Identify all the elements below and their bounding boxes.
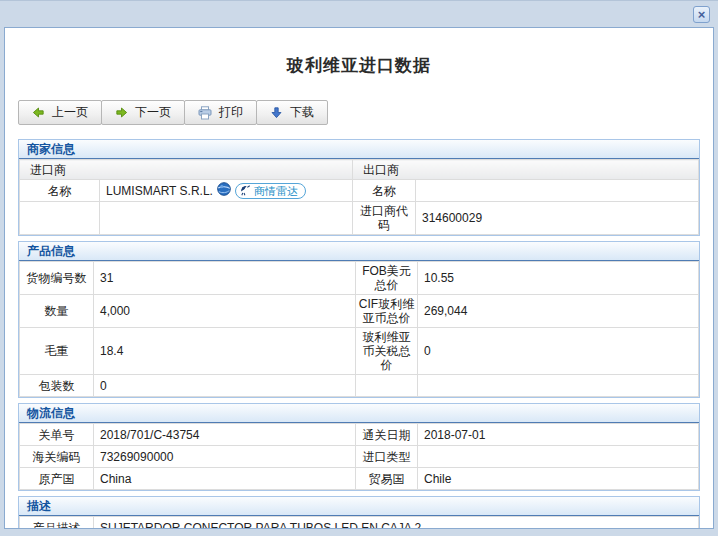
merchant-section-header: 商家信息 — [19, 140, 699, 159]
arrow-right-icon — [115, 106, 128, 119]
field-value: 31 — [94, 262, 356, 295]
prev-page-label: 上一页 — [52, 104, 88, 121]
importer-name-value: LUMISMART S.R.L. — [106, 184, 213, 198]
arrow-left-icon — [32, 106, 45, 119]
logistics-section-header: 物流信息 — [19, 404, 699, 423]
section-merchant: 商家信息 进口商 出口商 名称 LUMISMART S.R.L. — [18, 139, 700, 236]
dialog-panel: 玻利维亚进口数据 上一页 下一页 打印 下载 商家信息 — [4, 27, 714, 529]
field-label: 数量 — [20, 295, 94, 328]
business-radar-link[interactable]: 商情雷达 — [235, 183, 306, 199]
section-description: 描述 产品描述 SUJETARDOR CONECTOR PARA TUBOS L… — [18, 496, 700, 529]
field-label: 通关日期 — [356, 424, 418, 446]
importer-name-cell: LUMISMART S.R.L. — [100, 180, 353, 202]
field-label: 贸易国 — [356, 468, 418, 490]
merchant-header-row: 进口商 出口商 — [20, 160, 699, 180]
business-radar-label: 商情雷达 — [254, 184, 298, 198]
radar-icon — [240, 185, 251, 196]
merchant-code-row: 进口商代码 314600029 — [20, 202, 699, 235]
field-label: 玻利维亚币关税总价 — [356, 328, 418, 375]
field-label: 原产国 — [20, 468, 94, 490]
globe-icon[interactable] — [217, 182, 231, 199]
merchant-name-row: 名称 LUMISMART S.R.L. — [20, 180, 699, 202]
field-value: China — [94, 468, 356, 490]
field-value: 269,044 — [418, 295, 699, 328]
empty-cell — [20, 202, 100, 235]
field-label: 海关编码 — [20, 446, 94, 468]
importer-column-header: 进口商 — [20, 160, 353, 180]
table-row: 货物编号数 31 FOB美元总价 10.55 — [20, 262, 699, 295]
printer-icon — [198, 106, 212, 120]
field-value: 2018/701/C-43754 — [94, 424, 356, 446]
next-page-label: 下一页 — [135, 104, 171, 121]
table-row: 海关编码 73269090000 进口类型 — [20, 446, 699, 468]
product-table: 货物编号数 31 FOB美元总价 10.55 数量 4,000 CIF玻利维亚币… — [19, 261, 699, 397]
section-product: 产品信息 货物编号数 31 FOB美元总价 10.55 数量 4,000 CIF… — [18, 241, 700, 398]
table-row: 数量 4,000 CIF玻利维亚币总价 269,044 — [20, 295, 699, 328]
field-value — [418, 446, 699, 468]
download-label: 下载 — [290, 104, 314, 121]
table-row: 关单号 2018/701/C-43754 通关日期 2018-07-01 — [20, 424, 699, 446]
logistics-table: 关单号 2018/701/C-43754 通关日期 2018-07-01 海关编… — [19, 423, 699, 490]
field-value: 0 — [418, 328, 699, 375]
arrow-down-icon — [270, 106, 283, 119]
field-label — [356, 375, 418, 397]
field-label: 包装数 — [20, 375, 94, 397]
field-value: 10.55 — [418, 262, 699, 295]
field-value: 73269090000 — [94, 446, 356, 468]
field-label: 关单号 — [20, 424, 94, 446]
description-section-header: 描述 — [19, 497, 699, 516]
table-row: 原产国 China 贸易国 Chile — [20, 468, 699, 490]
importer-name-label: 名称 — [20, 180, 100, 202]
table-row: 毛重 18.4 玻利维亚币关税总价 0 — [20, 328, 699, 375]
exporter-column-header: 出口商 — [353, 160, 699, 180]
prev-page-button[interactable]: 上一页 — [18, 100, 102, 125]
field-label: 货物编号数 — [20, 262, 94, 295]
product-description-label: 产品描述 — [20, 517, 94, 530]
field-label: 进口类型 — [356, 446, 418, 468]
dialog-window: { "window": { "title": "玻利维亚进口数据", "clos… — [0, 0, 718, 536]
print-button[interactable]: 打印 — [184, 100, 257, 125]
close-button[interactable]: × — [693, 6, 710, 23]
field-value: 2018-07-01 — [418, 424, 699, 446]
product-section-header: 产品信息 — [19, 242, 699, 261]
next-page-button[interactable]: 下一页 — [101, 100, 185, 125]
field-label: 毛重 — [20, 328, 94, 375]
download-button[interactable]: 下载 — [256, 100, 328, 125]
product-description-value: SUJETARDOR CONECTOR PARA TUBOS LED EN CA… — [94, 517, 699, 530]
section-logistics: 物流信息 关单号 2018/701/C-43754 通关日期 2018-07-0… — [18, 403, 700, 491]
page-title: 玻利维亚进口数据 — [18, 54, 700, 77]
field-value: Chile — [418, 468, 699, 490]
close-icon: × — [698, 7, 706, 22]
description-table: 产品描述 SUJETARDOR CONECTOR PARA TUBOS LED … — [19, 516, 699, 529]
merchant-table: 进口商 出口商 名称 LUMISMART S.R.L. — [19, 159, 699, 235]
importer-code-value: 314600029 — [416, 202, 699, 235]
field-value: 18.4 — [94, 328, 356, 375]
field-value: 4,000 — [94, 295, 356, 328]
table-row: 产品描述 SUJETARDOR CONECTOR PARA TUBOS LED … — [20, 517, 699, 530]
table-row: 包装数 0 — [20, 375, 699, 397]
print-label: 打印 — [219, 104, 243, 121]
exporter-name-value — [416, 180, 699, 202]
importer-code-label: 进口商代码 — [353, 202, 416, 235]
field-value: 0 — [94, 375, 356, 397]
field-label: FOB美元总价 — [356, 262, 418, 295]
field-value — [418, 375, 699, 397]
exporter-name-label: 名称 — [353, 180, 416, 202]
field-label: CIF玻利维亚币总价 — [356, 295, 418, 328]
empty-cell — [100, 202, 353, 235]
toolbar: 上一页 下一页 打印 下载 — [18, 100, 700, 125]
